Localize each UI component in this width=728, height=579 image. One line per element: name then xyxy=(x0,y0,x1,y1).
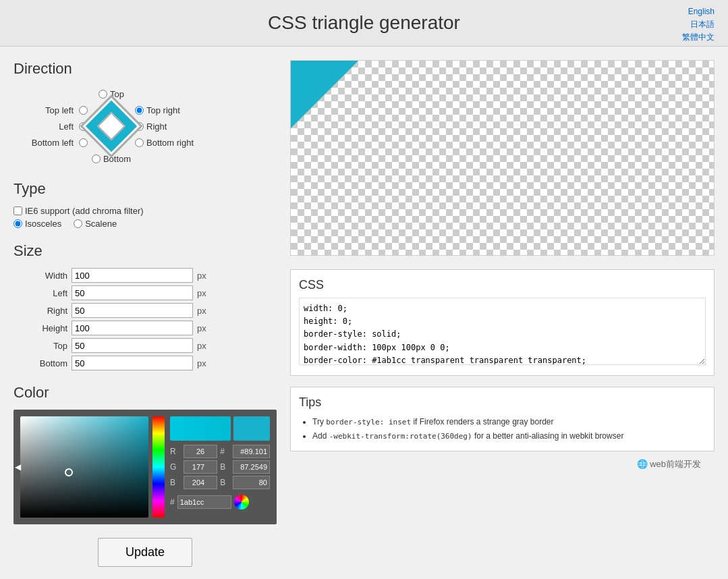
bottom-unit: px xyxy=(197,358,217,368)
dir-left-label[interactable]: Left xyxy=(59,121,74,132)
width-label: Width xyxy=(20,271,67,281)
scalene-radio[interactable] xyxy=(74,219,82,228)
type-title: Type xyxy=(13,180,277,198)
lang-japanese[interactable]: 日本語 xyxy=(682,18,715,31)
b-label: B xyxy=(170,478,181,487)
isosceles-label-text: Isosceles xyxy=(25,219,61,229)
dir-right-option[interactable]: Right xyxy=(135,121,202,132)
lang-chinese[interactable]: 繁體中文 xyxy=(682,31,715,44)
solid-swatch[interactable] xyxy=(233,416,270,441)
g-label: G xyxy=(170,462,181,472)
top-unit: px xyxy=(197,341,217,351)
width-input[interactable] xyxy=(72,268,193,283)
dir-bottomright-option[interactable]: Bottom right xyxy=(135,138,202,148)
color-swatches xyxy=(170,416,270,441)
dir-topleft-label[interactable]: Top left xyxy=(45,105,74,115)
g-input[interactable] xyxy=(184,460,217,474)
tips-list: Try border-style: inset if Firefox rende… xyxy=(299,415,706,443)
size-section: Size Width px Left px Right px Height px… xyxy=(13,242,277,370)
direction-title: Direction xyxy=(13,60,277,78)
color-cursor xyxy=(65,468,73,476)
dir-right-label[interactable]: Right xyxy=(146,121,167,132)
css-title: CSS xyxy=(299,278,706,292)
color-canvas[interactable]: ◀ xyxy=(20,416,148,518)
bottom-label: Bottom xyxy=(20,358,67,368)
hex-label: # xyxy=(170,497,175,507)
right-panel: CSS Tips Try border-style: inset if Fire… xyxy=(290,60,715,567)
r-hex-label: # xyxy=(220,447,230,456)
dir-topright-label[interactable]: Top right xyxy=(146,105,180,115)
r-hex-input[interactable] xyxy=(233,445,270,458)
dir-bottomright-radio[interactable] xyxy=(135,138,144,147)
left-input[interactable] xyxy=(72,285,193,300)
preview-area xyxy=(290,60,715,256)
right-unit: px xyxy=(197,306,217,316)
hex-input[interactable] xyxy=(177,495,231,509)
dir-bottomleft-option[interactable]: Bottom left xyxy=(20,138,88,148)
main-content: Direction Top Top left xyxy=(0,47,728,579)
b-hex-label: B xyxy=(220,478,230,487)
height-input[interactable] xyxy=(72,321,193,335)
dir-topleft-option[interactable]: Top left xyxy=(20,105,88,115)
footer: 🌐 web前端开发 xyxy=(290,451,715,477)
color-section: Color ◀ R # xyxy=(13,384,277,524)
dir-bottomleft-label[interactable]: Bottom left xyxy=(32,138,74,148)
color-title: Color xyxy=(13,384,277,402)
color-right-panel: R # G B B B # xyxy=(170,416,270,518)
g-hex-input[interactable] xyxy=(233,460,270,474)
dir-bottomleft-radio[interactable] xyxy=(79,138,88,147)
ie6-checkbox[interactable] xyxy=(13,206,22,215)
r-input[interactable] xyxy=(184,445,217,458)
color-arrow: ◀ xyxy=(15,462,21,472)
css-section: CSS xyxy=(290,269,715,376)
ie6-label-text: IE6 support (add chroma filter) xyxy=(25,206,144,216)
color-picker: ◀ R # G B xyxy=(13,410,277,524)
bottom-input[interactable] xyxy=(72,356,193,370)
tips-section: Tips Try border-style: inset if Firefox … xyxy=(290,387,715,451)
dir-bottom-option[interactable]: Bottom xyxy=(88,154,135,164)
update-button[interactable]: Update xyxy=(98,538,192,567)
lang-english[interactable]: English xyxy=(682,5,715,18)
isosceles-radio[interactable] xyxy=(13,219,22,228)
right-input[interactable] xyxy=(72,303,193,318)
r-label: R xyxy=(170,447,181,456)
dir-top-label[interactable]: Top xyxy=(110,89,124,99)
tips-title: Tips xyxy=(299,395,706,410)
dir-topleft-radio[interactable] xyxy=(79,106,88,115)
gradient-swatch[interactable] xyxy=(170,416,231,441)
b-input[interactable] xyxy=(184,476,217,489)
dir-bottom-label[interactable]: Bottom xyxy=(103,154,131,164)
isosceles-label[interactable]: Isosceles xyxy=(13,219,61,229)
ie6-row: IE6 support (add chroma filter) xyxy=(13,206,277,216)
color-inputs: R # G B B B xyxy=(170,445,270,489)
left-panel: Direction Top Top left xyxy=(13,60,277,567)
language-links: English 日本語 繁體中文 xyxy=(682,5,715,45)
dir-topright-option[interactable]: Top right xyxy=(135,105,202,115)
header: CSS triangle generator English 日本語 繁體中文 xyxy=(0,0,728,47)
b-hex-input[interactable] xyxy=(233,476,270,489)
left-unit: px xyxy=(197,288,217,298)
ie6-label[interactable]: IE6 support (add chroma filter) xyxy=(13,206,144,216)
css-output-textarea[interactable] xyxy=(299,298,706,365)
dir-bottomright-label[interactable]: Bottom right xyxy=(146,138,194,148)
type-radio-row: Isosceles Scalene xyxy=(13,219,277,229)
color-wheel-button[interactable] xyxy=(234,495,249,509)
hex-row: # xyxy=(170,495,270,509)
dir-bottom-radio[interactable] xyxy=(92,155,101,163)
hue-slider[interactable] xyxy=(152,416,165,518)
type-section: Type IE6 support (add chroma filter) Iso… xyxy=(13,180,277,229)
width-unit: px xyxy=(197,271,217,281)
direction-grid: Top Top left Top rig xyxy=(20,86,202,167)
left-label: Left xyxy=(20,288,67,298)
dir-left-option[interactable]: Left xyxy=(20,121,88,132)
tips-item-1: Try border-style: inset if Firefox rende… xyxy=(312,415,706,429)
tips-item-2: Add -webkit-transform:rotate(360deg) for… xyxy=(312,429,706,443)
right-label: Right xyxy=(20,306,67,316)
scalene-label[interactable]: Scalene xyxy=(74,219,117,229)
dir-top-radio[interactable] xyxy=(99,90,107,99)
page-title: CSS triangle generator xyxy=(12,12,716,34)
height-label: Height xyxy=(20,323,67,333)
dir-topright-radio[interactable] xyxy=(135,106,144,115)
top-input[interactable] xyxy=(72,338,193,353)
scalene-label-text: Scalene xyxy=(85,219,117,229)
